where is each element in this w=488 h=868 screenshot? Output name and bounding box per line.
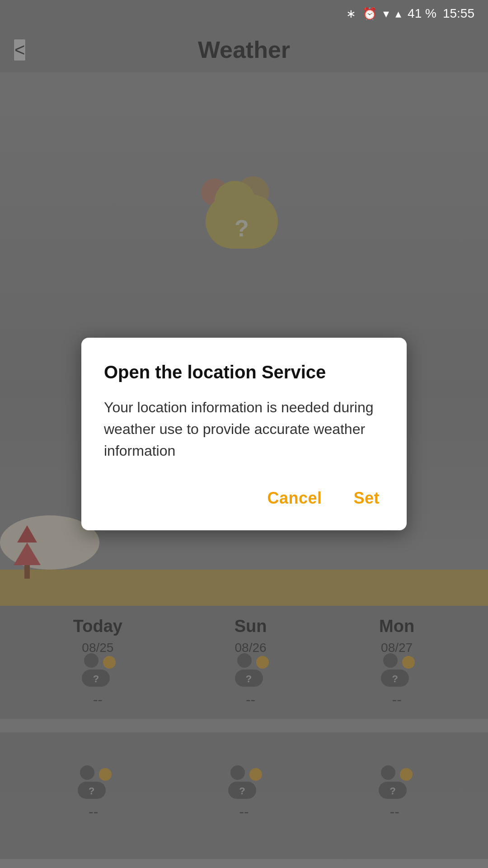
dialog-title: Open the location Service [104,360,384,384]
cancel-button[interactable]: Cancel [263,484,326,512]
dialog-message: Your location information is needed duri… [104,396,384,462]
location-dialog: Open the location Service Your location … [81,338,407,530]
set-button[interactable]: Set [349,484,384,512]
time-text: 15:55 [443,6,474,21]
wifi-icon: ▾ [383,7,389,21]
bluetooth-icon: ∗ [346,7,356,21]
dialog-buttons: Cancel Set [104,484,384,512]
alarm-icon: ⏰ [362,7,377,21]
signal-icon: ▴ [395,7,401,21]
status-icons: ∗ ⏰ ▾ ▴ 41 % 15:55 [346,6,474,21]
battery-text: 41 % [408,6,436,21]
status-bar: ∗ ⏰ ▾ ▴ 41 % 15:55 [0,0,488,27]
